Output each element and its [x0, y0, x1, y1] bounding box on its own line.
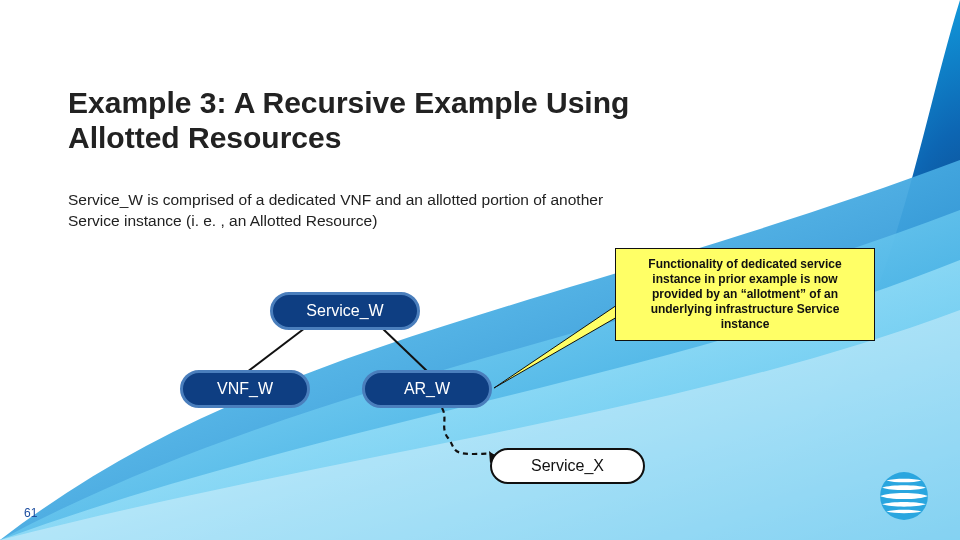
- node-service-x: Service_X: [490, 448, 645, 484]
- slide-subtitle: Service_W is comprised of a dedicated VN…: [68, 190, 618, 232]
- node-label: Service_X: [531, 457, 604, 475]
- slide: Example 3: A Recursive Example Using All…: [0, 0, 960, 540]
- node-label: VNF_W: [217, 380, 273, 398]
- node-label: AR_W: [404, 380, 450, 398]
- node-label: Service_W: [306, 302, 383, 320]
- node-ar-w: AR_W: [362, 370, 492, 408]
- node-vnf-w: VNF_W: [180, 370, 310, 408]
- slide-title: Example 3: A Recursive Example Using All…: [68, 85, 708, 156]
- page-number: 61: [24, 506, 37, 520]
- node-service-w: Service_W: [270, 292, 420, 330]
- callout-note: Functionality of dedicated service insta…: [615, 248, 875, 341]
- att-logo-icon: [878, 470, 930, 522]
